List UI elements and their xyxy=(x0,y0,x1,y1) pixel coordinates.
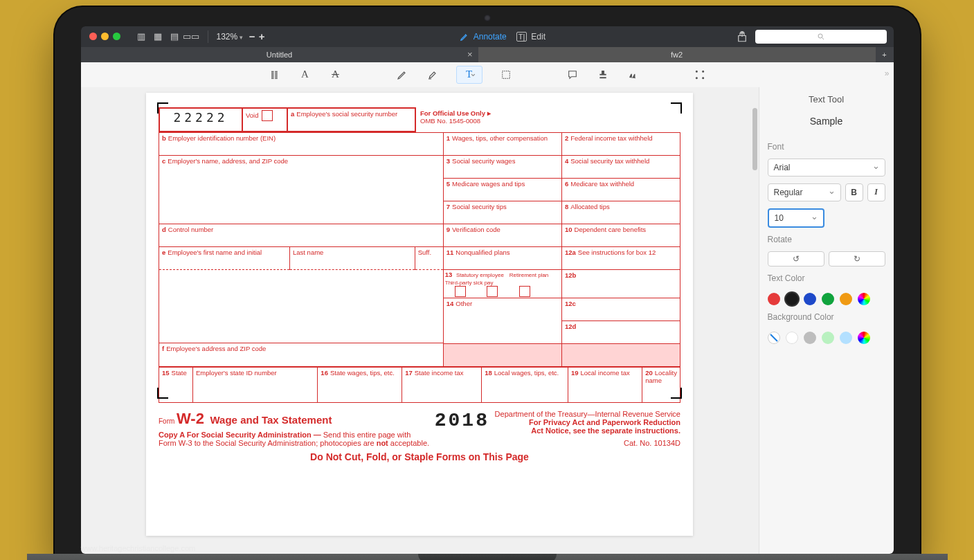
tab-untitled[interactable]: Untitled × xyxy=(81,47,478,62)
swatch-black[interactable] xyxy=(786,293,798,305)
bold-button[interactable]: B xyxy=(845,183,863,201)
edit-mode-button[interactable]: T| Edit xyxy=(516,32,545,42)
box-17-label: State income tax xyxy=(415,369,464,377)
close-icon[interactable]: × xyxy=(467,49,473,60)
swatch-lightblue[interactable] xyxy=(840,332,852,344)
font-family-select[interactable]: Arial xyxy=(768,159,885,177)
svg-point-1 xyxy=(696,71,697,72)
box-d-label: Control number xyxy=(168,226,213,233)
signature-icon[interactable] xyxy=(626,68,640,82)
minimize-window-button[interactable] xyxy=(101,33,109,40)
canvas-viewport[interactable]: 22222 Void aEmployee's social security n… xyxy=(81,87,759,554)
dept-label: Department of the Treasury—Internal Reve… xyxy=(495,410,680,418)
pencil-icon[interactable] xyxy=(395,68,409,82)
screen: ▥ ▦ ▤ ▭▭ 132% − + Annotate T| Edit xyxy=(81,26,894,554)
rotate-ccw-button[interactable]: ↺ xyxy=(768,251,824,267)
swatch-red[interactable] xyxy=(768,293,780,305)
share-icon[interactable] xyxy=(736,30,748,43)
text-tool-icon[interactable]: T xyxy=(456,66,483,84)
note-icon[interactable] xyxy=(566,68,579,82)
vertical-scrollbar[interactable] xyxy=(750,87,759,554)
sample-preview: Sample xyxy=(768,111,885,135)
box-16-label: State wages, tips, etc. xyxy=(330,369,395,377)
swatch-blue[interactable] xyxy=(804,293,816,305)
swatch-grey[interactable] xyxy=(804,332,816,344)
statutory-checkbox[interactable] xyxy=(455,286,466,297)
fullscreen-window-button[interactable] xyxy=(113,33,120,40)
scroll-thumb[interactable] xyxy=(752,108,757,170)
tab-fw2[interactable]: fw2 xyxy=(478,47,876,62)
void-checkbox[interactable] xyxy=(262,110,273,121)
rotate-cw-button[interactable]: ↻ xyxy=(829,251,885,267)
edit-label: Edit xyxy=(531,32,545,42)
swatch-custom[interactable] xyxy=(858,293,870,305)
form-code: 22222 xyxy=(163,110,239,125)
zoom-out-button[interactable]: − xyxy=(247,30,257,42)
font-strike-icon[interactable]: A xyxy=(329,68,343,82)
font-style-icon[interactable]: ䷁ xyxy=(268,68,282,82)
window-controls xyxy=(81,33,129,40)
bgcolor-section-label: Background Color xyxy=(768,312,885,322)
stamp-icon[interactable] xyxy=(596,68,610,82)
crop-mark xyxy=(671,102,682,114)
retirement-label: Retirement plan xyxy=(509,272,548,278)
annotate-mode-button[interactable]: Annotate xyxy=(460,32,507,42)
panel-collapse-icon[interactable]: » xyxy=(885,69,890,78)
rotate-section-label: Rotate xyxy=(768,235,885,244)
copyA3-not: not xyxy=(377,439,388,447)
form-year: 2018 xyxy=(435,410,489,431)
zoom-in-button[interactable]: + xyxy=(257,30,267,42)
workarea: 22222 Void aEmployee's social security n… xyxy=(81,87,894,554)
privacy2: Act Notice, see the separate instruction… xyxy=(531,426,680,435)
watermark: www.heritagechristiancollege.com xyxy=(81,544,196,552)
box-12a-label: See instructions for box 12 xyxy=(578,249,656,256)
swatch-custom-bg[interactable] xyxy=(858,332,870,344)
new-tab-button[interactable]: + xyxy=(876,47,894,62)
annotation-toolbar: ䷁ A A T » xyxy=(81,62,894,88)
highlighter-icon[interactable] xyxy=(426,68,440,82)
macbook-base: MacBook xyxy=(27,554,948,561)
box-9-label: Verification code xyxy=(452,226,500,233)
text-cursor-icon: T| xyxy=(516,32,527,42)
svg-point-3 xyxy=(696,77,697,78)
text-color-swatches xyxy=(768,293,885,305)
zoom-select[interactable]: 132% xyxy=(213,32,248,42)
font-size-select[interactable]: 10 xyxy=(768,208,824,228)
crop-mark xyxy=(671,388,682,399)
thumbnails-icon[interactable]: ▦ xyxy=(152,32,163,42)
macbook-frame: ▥ ▦ ▤ ▭▭ 132% − + Annotate T| Edit xyxy=(55,7,920,554)
tab-label: fw2 xyxy=(671,51,683,59)
font-family-value: Arial xyxy=(774,163,791,172)
crop-mark xyxy=(157,388,168,399)
annotate-label: Annotate xyxy=(474,32,507,42)
crop-mark xyxy=(157,102,168,114)
swatch-green[interactable] xyxy=(822,293,834,305)
svg-point-2 xyxy=(702,71,703,72)
swatch-none[interactable] xyxy=(768,332,780,344)
shape-icon[interactable] xyxy=(499,68,513,82)
view-mode-icon[interactable]: ▤ xyxy=(169,32,180,42)
copyA2: Send this entire page with xyxy=(323,431,411,439)
box-e-label: Employee's first name and initial xyxy=(168,249,262,256)
box-15b-label: Employer's state ID number xyxy=(196,369,277,377)
font-weight-select[interactable]: Regular xyxy=(768,183,841,201)
font-bold-icon[interactable]: A xyxy=(298,68,312,82)
sidebar-toggle-icon[interactable]: ▥ xyxy=(136,32,147,42)
italic-button[interactable]: I xyxy=(867,183,885,201)
retirement-checkbox[interactable] xyxy=(487,286,498,297)
box-18-label: Local wages, tips, etc. xyxy=(494,369,559,377)
close-window-button[interactable] xyxy=(89,33,97,40)
search-input[interactable] xyxy=(755,30,887,44)
document-page[interactable]: 22222 Void aEmployee's social security n… xyxy=(146,93,693,536)
swatch-lightgreen[interactable] xyxy=(822,332,834,344)
crop-icon[interactable] xyxy=(693,68,707,82)
box-f-label: Employee's address and ZIP code xyxy=(166,345,266,352)
form-subtitle: Wage and Tax Statement xyxy=(210,414,332,426)
box-4-label: Social security tax withheld xyxy=(570,157,649,165)
box-8-label: Allocated tips xyxy=(570,203,610,210)
tabstrip: Untitled × fw2 + xyxy=(81,47,894,62)
swatch-white[interactable] xyxy=(786,332,798,344)
layout-icon[interactable]: ▭▭ xyxy=(186,32,197,42)
thirdparty-checkbox[interactable] xyxy=(519,286,530,297)
swatch-orange[interactable] xyxy=(840,293,852,305)
